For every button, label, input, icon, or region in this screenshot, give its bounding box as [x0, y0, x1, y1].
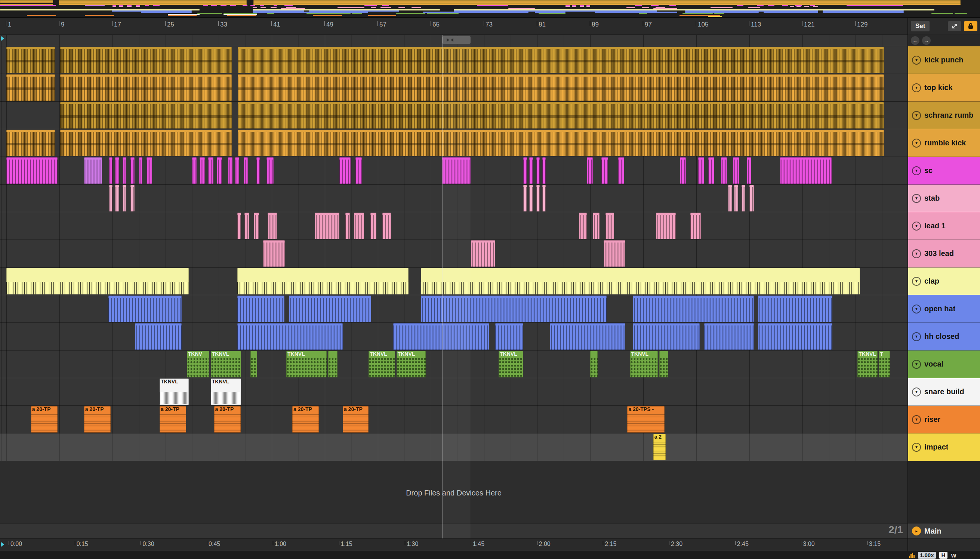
clip-303-lead-3[interactable] — [604, 240, 626, 267]
track-lane-hh-closed[interactable] — [0, 323, 907, 351]
clip-stab-1[interactable] — [109, 185, 113, 212]
clip-riser-2[interactable]: a 20-TP — [84, 406, 111, 433]
clip-sc-18[interactable] — [339, 157, 351, 184]
clip-sc-9[interactable] — [192, 157, 197, 184]
track-header-open-hat[interactable]: ▼open hat — [908, 295, 980, 323]
clip-open-hat-6[interactable] — [758, 296, 833, 322]
clip-sc-30[interactable] — [708, 157, 714, 184]
clip-kick-punch-1[interactable] — [7, 47, 55, 73]
clip-sc-13[interactable] — [228, 157, 232, 184]
clip-vocal-11[interactable] — [659, 351, 669, 377]
track-lane-303-lead[interactable] — [0, 240, 907, 268]
track-fold-icon[interactable]: ▼ — [912, 56, 921, 64]
clip-snare-build-2[interactable]: TKNVL — [211, 379, 242, 405]
time-ruler[interactable]: 0:000:150:300:451:001:151:301:452:002:15… — [0, 538, 907, 551]
track-lane-sc[interactable] — [0, 157, 907, 185]
clip-hh-closed-1[interactable] — [135, 323, 181, 350]
zoom-width-button[interactable]: W — [951, 552, 956, 559]
track-fold-icon[interactable]: ▼ — [912, 277, 921, 286]
clip-sc-34[interactable] — [780, 157, 832, 184]
track-header-rumble-kick[interactable]: ▼rumble kick — [908, 129, 980, 157]
clip-sc-24[interactable] — [542, 157, 546, 184]
track-fold-icon[interactable]: ▼ — [912, 222, 921, 231]
clip-open-hat-4[interactable] — [421, 296, 607, 322]
clip-clap-1[interactable] — [7, 268, 189, 294]
track-lane-open-hat[interactable] — [0, 295, 907, 323]
clip-hh-closed-8[interactable] — [758, 323, 833, 350]
clip-clap-3[interactable] — [421, 268, 860, 294]
clip-sc-7[interactable] — [139, 157, 142, 184]
track-header-clap[interactable]: ▼clap — [908, 268, 980, 295]
clip-vocal-3[interactable] — [250, 351, 257, 377]
clip-snare-build-1[interactable]: TKNVL — [160, 379, 189, 405]
clip-sc-8[interactable] — [147, 157, 152, 184]
clip-sc-26[interactable] — [601, 157, 608, 184]
track-header-riser[interactable]: ▼riser — [908, 406, 980, 433]
arrangement-overview[interactable] — [0, 0, 980, 18]
track-header-kick-punch[interactable]: ▼kick punch — [908, 46, 980, 74]
track-fold-icon[interactable]: ▼ — [912, 111, 921, 120]
clip-stab-8[interactable] — [542, 185, 546, 212]
clip-open-hat-1[interactable] — [108, 296, 181, 322]
clip-sc-27[interactable] — [618, 157, 624, 184]
track-fold-icon[interactable]: ▼ — [912, 415, 921, 424]
clip-hh-closed-5[interactable] — [550, 323, 625, 350]
track-fold-icon[interactable]: ▼ — [912, 249, 921, 258]
clip-sc-1[interactable] — [7, 157, 58, 184]
arrangement-start-marker-icon[interactable] — [1, 36, 4, 41]
clip-riser-7[interactable]: a 20-TPS - — [627, 406, 664, 433]
clip-vocal-7[interactable]: TKNVL — [397, 351, 426, 377]
clip-vocal-10[interactable]: TKNVL — [630, 351, 658, 377]
clip-stab-3[interactable] — [122, 185, 127, 212]
clip-open-hat-5[interactable] — [633, 296, 754, 322]
track-fold-icon[interactable]: ▼ — [912, 139, 921, 147]
zoom-height-button[interactable]: H — [939, 552, 948, 559]
track-lane-riser[interactable]: a 20-TPa 20-TPa 20-TPa 20-TPa 20-TPa 20-… — [0, 406, 907, 433]
track-fold-icon[interactable]: ▼ — [912, 387, 921, 397]
track-fold-icon[interactable]: ▼ — [912, 332, 921, 341]
clip-lead-1-13[interactable] — [656, 213, 676, 239]
clip-lead-1-1[interactable] — [237, 213, 242, 239]
clip-sc-12[interactable] — [217, 157, 222, 184]
clip-vocal-1[interactable]: TKNV — [187, 351, 209, 377]
clip-sc-4[interactable] — [115, 157, 119, 184]
clip-lead-1-11[interactable] — [593, 213, 599, 239]
set-button[interactable]: Set — [911, 21, 930, 31]
main-track-lane[interactable] — [0, 523, 907, 538]
track-fold-icon[interactable]: ▼ — [912, 443, 921, 452]
clip-sc-5[interactable] — [122, 157, 127, 184]
track-header-303-lead[interactable]: ▼303 lead — [908, 240, 980, 268]
clip-lead-1-2[interactable] — [245, 213, 249, 239]
clip-lead-1-5[interactable] — [315, 213, 339, 239]
back-arrow-button[interactable]: ← — [911, 36, 919, 45]
track-header-impact[interactable]: ▼impact — [908, 433, 980, 461]
clip-sc-3[interactable] — [109, 157, 113, 184]
clip-riser-1[interactable]: a 20-TP — [31, 406, 58, 433]
loop-start-handle-icon[interactable] — [447, 38, 449, 42]
clip-vocal-4[interactable]: TKNVL — [286, 351, 327, 377]
track-header-schranz-rumb[interactable]: ▼schranz rumb — [908, 102, 980, 129]
track-header-vocal[interactable]: ▼vocal — [908, 351, 980, 378]
clip-top-kick-1[interactable] — [7, 74, 55, 101]
clip-lead-1-8[interactable] — [371, 213, 376, 239]
clip-sc-31[interactable] — [721, 157, 727, 184]
clip-sc-19[interactable] — [356, 157, 362, 184]
track-lane-stab[interactable] — [0, 185, 907, 212]
arrangement-lanes[interactable]: TKNVTKNVLTKNVLTKNVLTKNVLTKNVLTKNVLTKNVLT… — [0, 35, 907, 538]
clip-sc-14[interactable] — [235, 157, 239, 184]
forward-arrow-button[interactable]: → — [922, 36, 931, 45]
drop-zone[interactable] — [0, 461, 907, 523]
clip-sc-20[interactable] — [442, 157, 470, 184]
clip-sc-6[interactable] — [131, 157, 134, 184]
clip-vocal-8[interactable]: TKNVL — [498, 351, 523, 377]
clip-riser-6[interactable]: a 20-TP — [343, 406, 369, 433]
clip-clap-2[interactable] — [237, 268, 409, 294]
clip-sc-23[interactable] — [536, 157, 540, 184]
clip-schranz-rumb-2[interactable] — [238, 102, 884, 129]
track-header-main[interactable]: ▸ Main — [908, 523, 980, 538]
track-header-top-kick[interactable]: ▼top kick — [908, 74, 980, 102]
clip-rumble-kick-2[interactable] — [60, 130, 232, 156]
track-lane-rumble-kick[interactable] — [0, 129, 907, 157]
clip-stab-11[interactable] — [742, 185, 746, 212]
track-lane-clap[interactable] — [0, 268, 907, 295]
